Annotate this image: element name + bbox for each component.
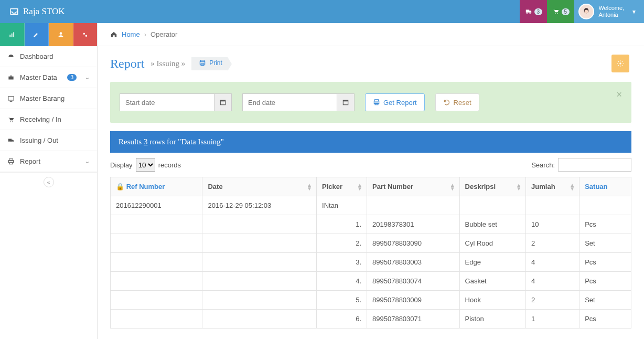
table-cell: 6.	[317, 310, 367, 329]
start-date-input[interactable]	[120, 93, 232, 111]
sidebar-action-user[interactable]	[49, 23, 73, 46]
table-cell	[202, 215, 317, 234]
table-cell: 201612290001	[111, 196, 202, 215]
sort-icon: ▲▼	[570, 183, 575, 190]
breadcrumb: Home › Operator	[98, 23, 644, 46]
page-settings-button[interactable]	[611, 55, 629, 72]
page-subtitle: » Issuing »	[151, 59, 185, 68]
svg-point-17	[9, 141, 10, 142]
calendar-icon[interactable]	[337, 93, 355, 111]
table-cell: Pcs	[579, 272, 631, 291]
table-cell	[111, 310, 202, 329]
breadcrumb-current: Operator	[151, 30, 177, 38]
col-desc[interactable]: Deskripsi▲▼	[459, 177, 526, 196]
svg-point-15	[10, 121, 11, 122]
sidebar-item-label: Report	[20, 157, 40, 165]
end-date-input[interactable]	[242, 93, 355, 111]
table-cell: 2016-12-29 05:12:03	[202, 196, 317, 215]
cart-count: 5	[562, 8, 570, 15]
svg-point-0	[527, 13, 528, 14]
table-row: 2016122900012016-12-29 05:12:03INtan	[111, 196, 631, 215]
user-menu[interactable]: Welcome, Antonia ▼	[574, 0, 644, 23]
table-cell: Piston	[459, 310, 526, 329]
page-title: Report	[110, 57, 144, 71]
filter-panel: × Get Report Reset	[110, 82, 631, 123]
monitor-icon	[7, 95, 15, 102]
user-icon	[57, 31, 65, 38]
calendar-icon[interactable]	[214, 93, 232, 111]
cart-icon	[552, 8, 560, 15]
table-cell	[111, 234, 202, 253]
breadcrumb-home[interactable]: Home	[122, 30, 140, 38]
table-row: 3.8995078803003Edge4Pcs	[111, 253, 631, 272]
reset-button[interactable]: Reset	[435, 93, 479, 111]
search-label: Search:	[531, 161, 555, 169]
brand[interactable]: Raja STOK	[0, 6, 65, 17]
table-cell: 1.	[317, 215, 367, 234]
table-cell: Gasket	[459, 272, 526, 291]
sidebar-item-issuing[interactable]: Issuing / Out	[0, 130, 97, 151]
print-icon	[373, 99, 380, 106]
cogs-icon	[81, 31, 89, 38]
sidebar: Dashboard Master Data 3 ⌄ Master Barang …	[0, 23, 98, 339]
pencil-icon	[33, 31, 40, 38]
col-part[interactable]: Part Number▲▼	[367, 177, 460, 196]
table-cell: 3.	[317, 253, 367, 272]
table-cell: 8995078803071	[367, 310, 460, 329]
print-icon	[7, 158, 15, 165]
topbar-cart-button[interactable]: 5	[547, 0, 574, 23]
table-row: 5.8995078803009Hook2Set	[111, 291, 631, 310]
sidebar-item-master-barang[interactable]: Master Barang	[0, 88, 97, 109]
end-date-field[interactable]	[242, 93, 337, 111]
table-cell	[111, 291, 202, 310]
user-text: Welcome, Antonia	[598, 5, 624, 18]
svg-rect-7	[12, 34, 13, 37]
svg-point-5	[585, 10, 588, 14]
table-cell: Pcs	[579, 310, 631, 329]
search-input[interactable]	[558, 158, 631, 172]
start-date-field[interactable]	[120, 93, 214, 111]
table-cell	[202, 291, 317, 310]
col-sat[interactable]: Satuan	[579, 177, 631, 196]
svg-point-1	[529, 13, 530, 14]
sidebar-collapse[interactable]: «	[0, 172, 97, 192]
get-report-button[interactable]: Get Report	[365, 93, 425, 111]
table-cell	[202, 253, 317, 272]
page-length-select[interactable]: 10	[136, 158, 155, 172]
svg-point-9	[59, 32, 62, 35]
display-label: Display	[110, 161, 133, 169]
table-cell: 8995078803090	[367, 234, 460, 253]
col-ref[interactable]: 🔒 Ref Number	[111, 177, 202, 196]
sidebar-item-dashboard[interactable]: Dashboard	[0, 46, 97, 67]
table-cell: 4	[526, 253, 579, 272]
table-row: 6.8995078803071Piston1Pcs	[111, 310, 631, 329]
svg-rect-12	[8, 76, 13, 79]
table-row: 1.20198378301Bubble set10Pcs	[111, 215, 631, 234]
table-cell: 8995078803009	[367, 291, 460, 310]
sidebar-action-stats[interactable]	[0, 23, 25, 46]
filter-close-button[interactable]: ×	[616, 89, 622, 100]
col-date[interactable]: Date▲▼	[202, 177, 317, 196]
sidebar-item-receiving[interactable]: Receiving / In	[0, 109, 97, 130]
sidebar-badge: 3	[67, 74, 77, 81]
svg-rect-8	[13, 32, 14, 37]
sidebar-action-edit[interactable]	[25, 23, 49, 46]
topbar-truck-button[interactable]: 3	[520, 0, 547, 23]
col-picker[interactable]: Picker▲▼	[317, 177, 367, 196]
cart-icon	[7, 116, 15, 123]
dashboard-icon	[7, 53, 15, 60]
sidebar-item-master-data[interactable]: Master Data 3 ⌄	[0, 67, 97, 88]
avatar	[578, 4, 594, 19]
table-cell	[526, 196, 579, 215]
sidebar-item-report[interactable]: Report ⌄	[0, 151, 97, 172]
table-cell: 20198378301	[367, 215, 460, 234]
svg-rect-13	[10, 75, 12, 76]
sidebar-action-settings[interactable]	[73, 23, 98, 46]
table-cell	[579, 196, 631, 215]
col-jml[interactable]: Jumlah▲▼	[526, 177, 579, 196]
print-button[interactable]: Print	[199, 59, 222, 67]
gear-icon	[617, 60, 624, 67]
main: Home › Operator Report » Issuing » Print…	[98, 23, 644, 339]
table-cell: 5.	[317, 291, 367, 310]
truck-count: 3	[534, 8, 543, 15]
